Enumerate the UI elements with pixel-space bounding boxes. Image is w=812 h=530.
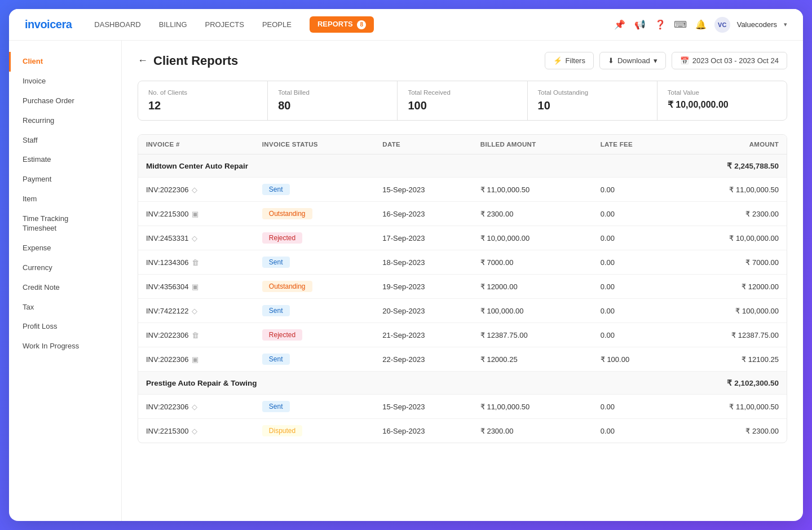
stat-label-total-value: Total Value — [668, 89, 776, 96]
calendar-icon: 📅 — [680, 56, 689, 65]
table-row: INV:1234306 🗑 Sent 18-Sep-2023 ₹ 7000.00… — [138, 250, 787, 275]
sidebar-item-credit-note[interactable]: Credit Note — [9, 278, 121, 298]
th-billed-amount: BILLED AMOUNT — [473, 135, 593, 154]
billed-amount: ₹ 7000.00 — [473, 250, 593, 275]
page-title: Client Reports — [153, 54, 238, 68]
sidebar-item-purchase-order[interactable]: Purchase Order — [9, 91, 121, 111]
nav-projects[interactable]: PROJECTS — [205, 20, 244, 29]
invoice-status: Sent — [254, 250, 375, 275]
sidebar-item-client[interactable]: Client — [9, 52, 121, 72]
invoice-number[interactable]: INV:2022306 ◇ — [138, 395, 254, 419]
inv-icon: ◇ — [192, 307, 197, 315]
keyboard-icon[interactable]: ⌨ — [674, 18, 687, 32]
date-range-button[interactable]: 📅 2023 Oct 03 - 2023 Oct 24 — [672, 52, 787, 69]
invoice-status: Disputed — [254, 419, 375, 443]
help-icon[interactable]: ❓ — [654, 18, 667, 32]
invoice-date: 21-Sep-2023 — [374, 323, 472, 347]
sidebar-item-recurring[interactable]: Recurring — [9, 111, 121, 131]
invoice-number[interactable]: INV:2215300 ◇ — [138, 419, 254, 443]
inv-icon: ▣ — [192, 355, 198, 364]
inv-label: INV:2022306 — [146, 355, 188, 364]
late-fee: 0.00 — [593, 178, 673, 202]
invoice-amount: ₹ 12100.25 — [673, 347, 787, 372]
billed-amount: ₹ 11,00,000.50 — [473, 395, 593, 419]
invoice-number[interactable]: INV:2022306 ◇ — [138, 178, 254, 202]
nav-dashboard[interactable]: DASHBOARD — [94, 20, 140, 29]
sidebar-item-staff[interactable]: Staff — [9, 131, 121, 151]
invoice-status: Outstanding — [254, 275, 375, 299]
status-badge: Outstanding — [262, 208, 312, 219]
late-fee: 0.00 — [593, 299, 673, 323]
stat-total-outstanding: Total Outstanding 10 — [528, 81, 657, 120]
sidebar-item-payment[interactable]: Payment — [9, 170, 121, 189]
status-badge: Disputed — [262, 425, 302, 436]
status-badge: Sent — [262, 401, 290, 412]
invoice-date: 16-Sep-2023 — [374, 202, 472, 226]
announce-icon[interactable]: 📢 — [633, 18, 647, 32]
invoice-number[interactable]: INV:2453331 ◇ — [138, 226, 254, 250]
invoice-number[interactable]: INV:1234306 🗑 — [138, 250, 254, 275]
invoice-amount: ₹ 11,00,000.50 — [673, 178, 787, 202]
sidebar-item-profit-loss[interactable]: Profit Loss — [9, 317, 121, 337]
inv-icon: ◇ — [192, 427, 197, 435]
nav-people[interactable]: PEOPLE — [262, 20, 292, 29]
sidebar-item-tax[interactable]: Tax — [9, 298, 121, 317]
inv-label: INV:7422122 — [146, 307, 188, 315]
invoice-number[interactable]: INV:4356304 ▣ — [138, 275, 254, 299]
inv-label: INV:1234306 — [146, 258, 188, 267]
stat-value-num-clients: 12 — [148, 99, 257, 112]
invoice-date: 16-Sep-2023 — [374, 419, 472, 443]
group-name: Midtown Center Auto Repair — [138, 154, 673, 178]
sidebar-item-invoice[interactable]: Invoice — [9, 72, 121, 91]
invoice-amount: ₹ 12387.75.00 — [673, 323, 787, 347]
th-invoice-status: INVOICE STATUS — [254, 135, 375, 154]
invoice-status: Rejected — [254, 323, 375, 347]
sidebar-item-work-in-progress[interactable]: Work In Progress — [9, 337, 121, 356]
inv-icon: ▣ — [192, 282, 198, 291]
table-header-row: INVOICE # INVOICE STATUS DATE BILLED AMO… — [138, 135, 787, 154]
user-name: Valuecoders — [737, 20, 777, 29]
bell-icon[interactable]: 🔔 — [694, 18, 708, 32]
nav-billing[interactable]: BILLING — [159, 20, 187, 29]
invoice-status: Sent — [254, 178, 375, 202]
invoice-number[interactable]: INV:2022306 ▣ — [138, 347, 254, 372]
invoice-date: 17-Sep-2023 — [374, 226, 472, 250]
filters-button[interactable]: ⚡ Filters — [545, 52, 594, 69]
filters-label: Filters — [566, 56, 585, 65]
download-icon: ⬇ — [608, 56, 614, 65]
nav-reports[interactable]: REPORTS 8 — [310, 16, 374, 33]
user-chevron[interactable]: ▾ — [784, 21, 787, 28]
table-row: INV:7422122 ◇ Sent 20-Sep-2023 ₹ 100,000… — [138, 299, 787, 323]
sidebar-item-estimate[interactable]: Estimate — [9, 150, 121, 170]
status-badge: Sent — [262, 354, 290, 365]
invoice-number[interactable]: INV:7422122 ◇ — [138, 299, 254, 323]
sidebar-item-time-tracking[interactable]: Time TrackingTimesheet — [9, 209, 121, 238]
late-fee: 0.00 — [593, 226, 673, 250]
sidebar-item-expense[interactable]: Expense — [9, 238, 121, 258]
sidebar-item-currency[interactable]: Currency — [9, 258, 121, 278]
group-total: ₹ 2,245,788.50 — [673, 154, 787, 178]
invoice-number[interactable]: INV:2215300 ▣ — [138, 202, 254, 226]
sidebar-item-item[interactable]: Item — [9, 189, 121, 209]
table-row: INV:4356304 ▣ Outstanding 19-Sep-2023 ₹ … — [138, 275, 787, 299]
billed-amount: ₹ 12000.25 — [473, 347, 593, 372]
avatar: VC — [714, 17, 730, 33]
table-group-row: Midtown Center Auto Repair ₹ 2,245,788.5… — [138, 154, 787, 178]
inv-icon: ◇ — [192, 403, 197, 411]
download-button[interactable]: ⬇ Download ▾ — [599, 52, 666, 69]
page-content: ← Client Reports ⚡ Filters ⬇ Download ▾ … — [122, 41, 803, 521]
table-row: INV:2022306 ▣ Sent 22-Sep-2023 ₹ 12000.2… — [138, 347, 787, 372]
stat-label-total-received: Total Received — [408, 89, 517, 96]
invoice-status: Outstanding — [254, 202, 375, 226]
inv-icon: ◇ — [192, 186, 197, 194]
pin-icon[interactable]: 📌 — [613, 18, 626, 32]
top-nav: invoicera DASHBOARD BILLING PROJECTS PEO… — [9, 9, 803, 41]
stat-total-billed: Total Billed 80 — [268, 81, 398, 120]
billed-amount: ₹ 10,00,000.00 — [473, 226, 593, 250]
invoice-amount: ₹ 10,00,000.00 — [673, 226, 787, 250]
page-header: ← Client Reports ⚡ Filters ⬇ Download ▾ … — [138, 52, 787, 69]
invoice-date: 22-Sep-2023 — [374, 347, 472, 372]
invoice-number[interactable]: INV:2022306 🗑 — [138, 323, 254, 347]
back-arrow[interactable]: ← — [138, 55, 148, 67]
stat-label-num-clients: No. of Clients — [148, 89, 257, 96]
